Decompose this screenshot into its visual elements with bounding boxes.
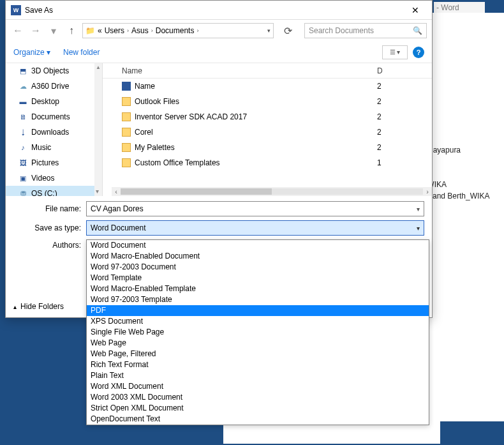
tree-item-os-c-[interactable]: ⛃OS (C:)	[6, 186, 102, 196]
a360-drive-icon: ☁	[19, 82, 27, 91]
3d-objects-icon: ⬒	[19, 66, 27, 75]
folder-icon	[122, 143, 131, 152]
new-folder-button[interactable]: New folder	[63, 48, 100, 57]
file-date: 2	[377, 143, 432, 152]
up-button[interactable]: ↑	[64, 24, 78, 38]
file-row[interactable]: Outlook Files2	[103, 94, 432, 109]
tree-item-music[interactable]: ♪Music	[6, 140, 102, 155]
file-type-option[interactable]: Word Template	[87, 273, 429, 283]
file-list-hscroll[interactable]	[112, 187, 432, 196]
recent-dropdown[interactable]: ▾	[47, 24, 61, 38]
file-list-pane: Name D Name2Outlook Files2Inventor Serve…	[103, 63, 432, 196]
file-type-option[interactable]: Web Page, Filtered	[87, 349, 429, 359]
nav-bar: ← → ▾ ↑ 📁 « Users› Asus› Documents› ▾ ⟳ …	[6, 20, 432, 41]
file-date: 2	[377, 97, 432, 106]
breadcrumb[interactable]: 📁 « Users› Asus› Documents› ▾	[82, 23, 274, 38]
chevron-down-icon[interactable]: ▾	[417, 206, 420, 213]
file-type-option[interactable]: Word Document	[87, 240, 429, 251]
filename-input[interactable]: CV Agan Dores ▾	[86, 201, 424, 216]
organize-menu[interactable]: Organize ▾	[13, 48, 50, 57]
save-as-type-value: Word Document	[91, 223, 417, 232]
column-date[interactable]: D	[377, 66, 432, 75]
file-date: 2	[377, 82, 432, 91]
file-name: Custom Office Templates	[135, 158, 220, 167]
file-type-option[interactable]: PDF	[87, 305, 429, 316]
folder-tree: ⬒3D Objects☁A360 Drive▬Desktop🗎Documents…	[6, 63, 103, 196]
body-area: ⬒3D Objects☁A360 Drive▬Desktop🗎Documents…	[6, 63, 432, 196]
folder-icon	[122, 112, 131, 121]
tree-item-pictures[interactable]: 🖼Pictures	[6, 155, 102, 170]
tree-item-desktop[interactable]: ▬Desktop	[6, 94, 102, 109]
file-row[interactable]: Corel2	[103, 124, 432, 140]
save-as-type-list[interactable]: Word DocumentWord Macro-Enabled Document…	[86, 239, 429, 425]
music-icon: ♪	[19, 143, 27, 152]
file-row[interactable]: Name2	[103, 79, 432, 94]
save-as-type-dropdown[interactable]: Word Document ▾	[86, 220, 424, 236]
column-name[interactable]: Name	[103, 66, 377, 75]
file-type-option[interactable]: OpenDocument Text	[87, 414, 429, 425]
file-type-option[interactable]: Word 97-2003 Document	[87, 262, 429, 273]
file-date: 1	[377, 158, 432, 167]
crumb-users[interactable]: Users	[105, 26, 124, 35]
chevron-down-icon[interactable]: ▾	[417, 225, 420, 232]
file-row[interactable]: Inventor Server SDK ACAD 20172	[103, 109, 432, 124]
crumb-asus[interactable]: Asus	[131, 26, 149, 35]
tree-item-label: 3D Objects	[31, 66, 69, 75]
videos-icon: ▣	[19, 174, 27, 183]
crumb-prefix: «	[98, 26, 102, 35]
word-icon: W	[11, 5, 21, 15]
file-type-option[interactable]: Single File Web Page	[87, 327, 429, 338]
file-type-option[interactable]: Word Macro-Enabled Document	[87, 251, 429, 262]
forward-button[interactable]: →	[29, 24, 43, 38]
file-row[interactable]: My Palettes2	[103, 140, 432, 155]
refresh-button[interactable]: ⟳	[280, 23, 295, 38]
tree-item-label: OS (C:)	[31, 189, 57, 196]
tree-scrollbar[interactable]	[94, 63, 102, 196]
tree-item-3d-objects[interactable]: ⬒3D Objects	[6, 63, 102, 79]
file-name: Inventor Server SDK ACAD 2017	[135, 112, 247, 121]
file-date: 2	[377, 112, 432, 121]
file-type-option[interactable]: Plain Text	[87, 370, 429, 381]
authors-label: Authors:	[13, 239, 81, 250]
file-type-option[interactable]: Word 97-2003 Template	[87, 294, 429, 305]
file-type-option[interactable]: Word XML Document	[87, 381, 429, 392]
search-placeholder: Search Documents	[309, 26, 413, 35]
file-type-option[interactable]: Word 2003 XML Document	[87, 392, 429, 403]
word-title-suffix: - Word	[434, 2, 485, 13]
tree-item-label: A360 Drive	[31, 82, 69, 91]
dialog-title: Save As	[25, 6, 404, 15]
tree-item-label: Pictures	[31, 158, 59, 167]
search-input[interactable]: Search Documents 🔍	[304, 23, 427, 38]
file-date: 2	[377, 128, 432, 137]
file-type-option[interactable]: XPS Document	[87, 316, 429, 327]
crumb-documents[interactable]: Documents	[156, 26, 195, 35]
file-list-header: Name D	[103, 63, 432, 79]
file-type-option[interactable]: Word Macro-Enabled Template	[87, 283, 429, 294]
save-as-type-label: Save as type:	[13, 223, 81, 232]
view-options-button[interactable]: ☰ ▾	[382, 45, 408, 59]
file-name: Corel	[135, 128, 153, 137]
file-type-option[interactable]: Web Page	[87, 338, 429, 349]
back-button[interactable]: ←	[11, 24, 25, 38]
file-type-option[interactable]: Strict Open XML Document	[87, 403, 429, 414]
word-icon	[122, 82, 131, 91]
filename-value: CV Agan Dores	[91, 204, 417, 213]
file-row[interactable]: Custom Office Templates1	[103, 155, 432, 170]
file-type-option[interactable]: Rich Text Format	[87, 359, 429, 370]
close-button[interactable]: ✕	[404, 1, 427, 19]
tree-item-a360-drive[interactable]: ☁A360 Drive	[6, 79, 102, 94]
tree-item-label: Videos	[31, 174, 54, 183]
tree-item-downloads[interactable]: ⭣Downloads	[6, 124, 102, 140]
help-button[interactable]: ?	[413, 47, 424, 58]
tree-item-documents[interactable]: 🗎Documents	[6, 109, 102, 124]
hide-folders-label: Hide Folders	[20, 302, 64, 311]
tree-item-label: Music	[31, 143, 51, 152]
search-icon: 🔍	[413, 26, 422, 35]
folder-icon	[122, 97, 131, 106]
close-icon: ✕	[411, 5, 419, 15]
hide-folders-toggle[interactable]: ▴ Hide Folders	[13, 302, 64, 311]
file-name: Name	[135, 82, 155, 91]
tree-item-videos[interactable]: ▣Videos	[6, 170, 102, 186]
file-name: Outlook Files	[135, 97, 179, 106]
chevron-down-icon[interactable]: ▾	[267, 27, 271, 34]
